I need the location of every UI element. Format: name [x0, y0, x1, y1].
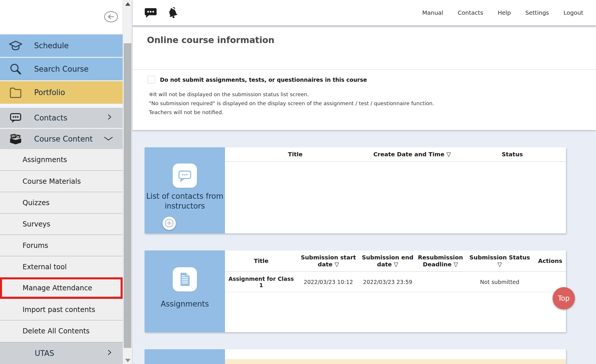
plus-icon — [165, 218, 174, 229]
section-divider — [132, 69, 596, 70]
course-content-box-icon — [8, 132, 24, 146]
page-title: Online course information — [147, 35, 274, 45]
scrollbar-thumb[interactable] — [124, 43, 131, 348]
assignment-status-cell: Not submitted — [465, 272, 534, 292]
note-line: Teachers will not be notified. — [149, 108, 434, 117]
sidebar-item-label: UTAS — [35, 349, 54, 358]
column-header-status: Status — [459, 147, 566, 161]
next-card-table — [225, 349, 566, 364]
collapse-arrow-icon — [104, 20, 119, 24]
sidebar-item-label: Manage Attendance — [23, 284, 92, 292]
column-header-actions: Actions — [534, 250, 566, 271]
sidebar-item-label: Import past contents — [23, 306, 95, 314]
column-header-submission-status[interactable]: Submission Status ▽ — [465, 250, 534, 271]
contacts-bubble-icon — [173, 164, 197, 188]
sidebar-item-label: Assignments — [23, 156, 67, 164]
graduation-cap-icon — [8, 39, 24, 52]
notifications-bell-icon[interactable] — [166, 6, 179, 19]
sidebar-item-label: Delete All Contents — [23, 327, 90, 335]
sidebar-item-label: Course Materials — [23, 177, 81, 185]
assignments-card: Assignments Title Submission start date … — [145, 250, 566, 332]
sidebar-item-delete-all-contents[interactable]: Delete All Contents — [0, 320, 123, 341]
no-submission-row: Do not submit assignments, tests, or que… — [147, 76, 367, 83]
sidebar-collapse-button[interactable] — [104, 10, 119, 23]
app-root: Schedule Search Course Portfolio — [0, 0, 596, 364]
nav-manual-link[interactable]: Manual — [422, 9, 443, 16]
assignments-panel[interactable]: Assignments — [145, 250, 225, 332]
column-header-submission-start[interactable]: Submission start date ▽ — [297, 250, 359, 271]
sidebar-item-label: External tool — [23, 263, 67, 271]
chevron-down-icon — [104, 135, 113, 143]
sidebar-header — [0, 0, 123, 34]
checkbox-notes: ※It will not be displayed on the submiss… — [149, 90, 434, 117]
assignments-table-header: Title Submission start date ▽ Submission… — [225, 250, 566, 272]
scroll-down-arrow-icon[interactable] — [125, 359, 130, 362]
main-area: Manual Contacts Help Settings Logout Onl… — [132, 0, 596, 364]
sidebar-menu: Schedule Search Course Portfolio — [0, 34, 123, 364]
next-card-panel[interactable] — [145, 349, 225, 364]
scroll-to-top-button[interactable]: Top — [553, 287, 575, 309]
sidebar-gap — [0, 104, 123, 108]
topbar-nav: Manual Contacts Help Settings Logout — [422, 9, 596, 16]
sidebar-item-assignments[interactable]: Assignments — [0, 149, 123, 170]
nav-help-link[interactable]: Help — [498, 9, 511, 16]
chevron-right-icon — [106, 112, 113, 123]
assignments-panel-label: Assignments — [145, 299, 225, 309]
sidebar-item-search-course[interactable]: Search Course — [0, 58, 123, 80]
sidebar-item-external-tool[interactable]: External tool — [0, 256, 123, 277]
sidebar-item-import-past-contents[interactable]: Import past contents — [0, 299, 123, 320]
sidebar-item-label: Surveys — [23, 220, 50, 228]
topbar-icons — [144, 6, 179, 19]
sidebar-item-course-materials[interactable]: Course Materials — [0, 170, 123, 192]
chevron-right-icon — [106, 348, 113, 359]
contacts-panel[interactable]: List of contacts from instructors — [145, 147, 225, 233]
sidebar-item-surveys[interactable]: Surveys — [0, 213, 123, 235]
scroll-up-arrow-icon[interactable] — [125, 2, 130, 6]
sidebar-item-course-content[interactable]: Course Content — [0, 129, 123, 149]
next-card-header-strip — [225, 349, 566, 360]
assignments-table: Title Submission start date ▽ Submission… — [225, 250, 566, 332]
course-info-section: Online course information Do not submit … — [132, 27, 596, 130]
next-card-partial — [145, 349, 566, 364]
sidebar-item-forums[interactable]: Forums — [0, 235, 123, 256]
sidebar-item-utas[interactable]: UTAS — [0, 342, 123, 364]
column-header-title: Title — [225, 147, 366, 161]
sidebar-item-quizzes[interactable]: Quizzes — [0, 192, 123, 213]
sidebar-item-label: Portfolio — [34, 88, 65, 97]
column-header-title: Title — [225, 250, 297, 271]
nav-logout-link[interactable]: Logout — [564, 9, 583, 16]
assignment-start-cell: 2022/03/23 10:12 — [297, 272, 359, 292]
column-header-submission-end[interactable]: Submission end date ▽ — [359, 250, 416, 271]
assignment-row: Assignment for Class 1 2022/03/23 10:12 … — [225, 272, 566, 292]
nav-settings-link[interactable]: Settings — [525, 9, 549, 16]
sidebar: Schedule Search Course Portfolio — [0, 0, 123, 364]
note-line: ※It will not be displayed on the submiss… — [149, 90, 434, 99]
assignment-resubmission-cell — [416, 272, 465, 292]
assignment-title-cell[interactable]: Assignment for Class 1 — [225, 272, 297, 292]
contacts-table-body-empty — [225, 162, 566, 233]
do-not-submit-checkbox[interactable] — [147, 76, 155, 83]
add-contact-button[interactable] — [163, 217, 176, 230]
column-header-resubmission-deadline[interactable]: Resubmission Deadline ▽ — [416, 250, 465, 271]
sidebar-item-contacts[interactable]: Contacts — [0, 108, 123, 128]
note-line: "No submission required" is displayed on… — [149, 99, 434, 108]
sidebar-scrollbar[interactable] — [123, 0, 132, 364]
contacts-table: Title Create Date and Time ▽ Status — [225, 147, 566, 233]
sidebar-item-label: Forums — [23, 242, 48, 250]
sidebar-item-label: Contacts — [34, 114, 67, 122]
sidebar-item-label: Search Course — [34, 65, 88, 73]
sidebar-item-portfolio[interactable]: Portfolio — [0, 81, 123, 104]
messages-icon[interactable] — [144, 6, 157, 19]
topbar: Manual Contacts Help Settings Logout — [132, 0, 596, 25]
sidebar-item-manage-attendance[interactable]: Manage Attendance — [0, 277, 123, 299]
folder-icon — [8, 86, 24, 99]
contacts-panel-label: List of contacts from instructors — [145, 191, 225, 211]
sidebar-item-schedule[interactable]: Schedule — [0, 34, 123, 57]
speech-bubble-icon — [8, 112, 24, 124]
contacts-table-header: Title Create Date and Time ▽ Status — [225, 147, 566, 162]
contacts-card: List of contacts from instructors Title … — [145, 147, 566, 233]
assignment-end-cell: 2022/03/23 23:59 — [359, 272, 416, 292]
nav-contacts-link[interactable]: Contacts — [458, 9, 483, 16]
sidebar-item-label: Schedule — [34, 41, 69, 50]
column-header-create-date[interactable]: Create Date and Time ▽ — [366, 147, 459, 161]
